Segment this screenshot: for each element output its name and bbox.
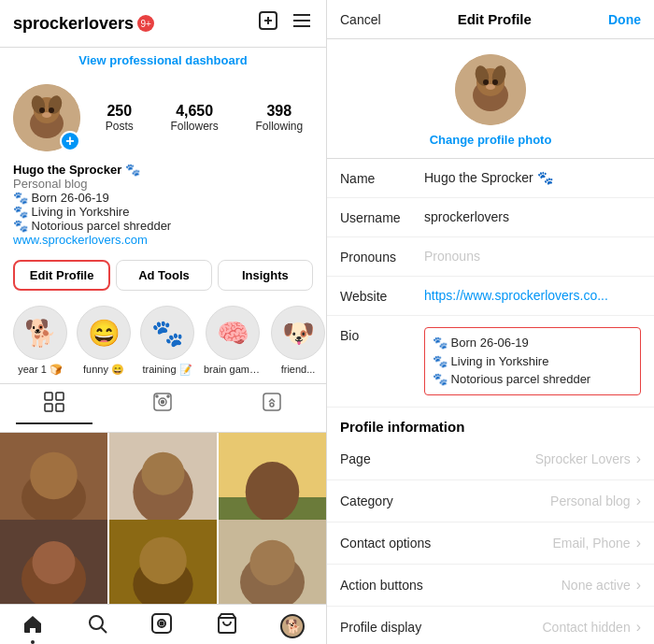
profile-bio: Hugo the Sprocker 🐾 Personal blog 🐾 Born… [0,159,326,254]
followers-label: Followers [170,120,218,133]
highlight-funny[interactable]: 😄 funny 😄 [77,306,131,376]
category-chevron-icon: › [636,493,641,509]
highlights-row: 🐕 year 1 🍞 😄 funny 😄 🐾 training 📝 🧠 brai… [0,298,326,383]
following-count: 398 [266,103,291,120]
page-label: Page [340,451,535,466]
nav-reels[interactable] [150,612,173,640]
pronouns-value[interactable]: Pronouns [424,249,641,264]
pronouns-row: Pronouns Pronouns [327,237,654,277]
bio-website-link[interactable]: www.sprockerlovers.com [13,233,313,247]
following-stat[interactable]: 398 Following [255,103,303,133]
contact-options-value: Email, Phone [552,536,630,551]
website-value[interactable]: https://www.sprockerlovers.co... [424,288,641,303]
highlight-label-year1: year 1 🍞 [18,364,63,376]
grid-tabs [0,383,326,433]
done-button[interactable]: Done [608,12,641,27]
contact-options-row[interactable]: Contact options Email, Phone › [327,522,654,565]
highlight-label-braingame: brain game... [204,364,262,375]
tab-tagged[interactable] [234,392,310,424]
ad-tools-button[interactable]: Ad Tools [116,260,211,291]
svg-point-47 [161,623,164,625]
svg-point-30 [142,452,185,495]
category-label: Category [340,494,550,508]
tab-grid[interactable] [16,392,92,424]
nav-profile-avatar: 🐕 [280,614,305,638]
profile-display-row[interactable]: Profile display Contact hidden › [327,607,654,645]
edit-profile-button[interactable]: Edit Profile [13,260,110,291]
nav-profile[interactable]: 🐕 [280,614,305,638]
category-row[interactable]: Category Personal blog › [327,480,654,522]
svg-point-43 [90,616,103,629]
photo-grid [0,433,326,604]
highlight-training[interactable]: 🐾 training 📝 [140,306,194,376]
username-label: sprockerlovers [13,14,134,34]
action-buttons-info-row[interactable]: Action buttons None active › [327,565,654,607]
right-header: Cancel Edit Profile Done [327,0,654,39]
posts-count: 250 [107,103,132,120]
professional-dashboard-link[interactable]: View professional dashboard [0,48,326,73]
nav-home[interactable] [21,612,44,640]
page-row[interactable]: Page Sprocker Lovers › [327,438,654,480]
highlight-braingame[interactable]: 🧠 brain game... [204,306,262,376]
highlight-friend[interactable]: 🐶 friend... [271,306,325,376]
highlight-circle-year1: 🐕 [13,306,67,360]
avatar-wrapper: + [13,84,80,151]
profile-display-chevron-icon: › [636,619,641,636]
edit-form-section: Name Hugo the Sprocker 🐾 Username sprock… [327,159,654,644]
change-photo-button[interactable]: Change profile photo [430,133,552,147]
bio-line-1: 🐾 Born 26-06-19 [13,191,313,205]
svg-rect-23 [263,394,280,410]
username-value[interactable]: sprockerlovers [424,209,641,224]
svg-point-54 [483,79,489,85]
action-buttons-info-label: Action buttons [340,578,562,593]
contact-options-label: Contact options [340,536,552,551]
edit-profile-avatar [455,54,526,125]
nav-search[interactable] [86,612,108,640]
insights-button[interactable]: Insights [218,260,313,291]
edit-profile-title: Edit Profile [458,11,532,27]
avatar-add-button[interactable]: + [60,131,80,151]
action-buttons-chevron-icon: › [636,577,641,594]
highlight-label-funny: funny 😄 [83,364,124,376]
highlight-label-training: training 📝 [142,364,192,376]
right-panel: Cancel Edit Profile Done Change profile … [327,0,654,644]
name-value[interactable]: Hugo the Sprocker 🐾 [424,170,641,185]
contact-options-chevron-icon: › [636,535,641,551]
add-post-button[interactable] [257,9,279,37]
photo-cell-5[interactable] [109,520,217,605]
username-area: sprockerlovers 9+ [13,14,154,34]
action-buttons-info-value: None active [562,578,631,593]
stats-row: 250 Posts 4,650 Followers 398 Following [95,103,313,133]
bio-field[interactable]: 🐾 Born 26-06-19 🐾 Living in Yorkshire 🐾 … [424,327,641,395]
svg-point-42 [249,539,294,584]
bio-edit-line-1: 🐾 Born 26-06-19 [433,334,633,352]
bio-name: Hugo the Sprocker 🐾 [13,163,313,177]
svg-point-13 [42,112,51,118]
edit-avatar-image [455,54,526,125]
name-row: Name Hugo the Sprocker 🐾 [327,159,654,198]
highlight-circle-braingame: 🧠 [206,306,260,360]
followers-count: 4,650 [176,103,213,120]
posts-stat: 250 Posts [106,103,134,133]
svg-point-21 [156,395,158,397]
following-label: Following [255,120,303,133]
photo-cell-4[interactable] [0,520,107,605]
cancel-button[interactable]: Cancel [340,12,381,27]
pronouns-label: Pronouns [340,249,424,265]
bio-edit-line-2: 🐾 Living in Yorkshire [433,352,633,371]
svg-line-44 [102,628,107,634]
svg-point-55 [492,79,498,85]
svg-point-33 [246,462,300,522]
highlight-year1[interactable]: 🐕 year 1 🍞 [13,306,67,376]
photo-cell-6[interactable] [219,520,326,605]
profile-info-row: + 250 Posts 4,650 Followers 398 Followin… [0,73,326,159]
highlight-circle-funny: 😄 [77,306,131,360]
followers-stat[interactable]: 4,650 Followers [170,103,218,133]
bio-line-2: 🐾 Living in Yorkshire [13,205,313,219]
nav-shop[interactable] [216,612,238,640]
tab-reels[interactable] [124,392,201,424]
menu-button[interactable] [291,9,313,37]
svg-rect-16 [45,404,52,411]
username-row: Username sprockerlovers [327,198,654,237]
username-label: Username [340,209,424,225]
